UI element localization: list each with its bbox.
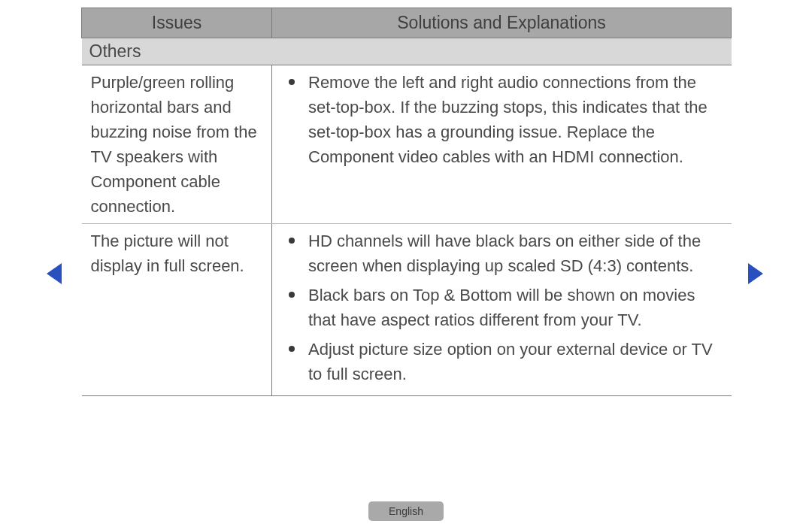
troubleshooting-table-container: Issues Solutions and Explanations Others… <box>81 8 731 396</box>
table-row: The picture will not display in full scr… <box>82 224 732 396</box>
column-header-solutions: Solutions and Explanations <box>272 8 732 38</box>
solution-cell: HD channels will have black bars on eith… <box>272 224 732 396</box>
prev-page-arrow[interactable] <box>47 263 62 284</box>
chevron-right-icon <box>748 263 763 284</box>
solution-bullet: Black bars on Top & Bottom will be shown… <box>298 283 723 332</box>
solution-bullet: Remove the left and right audio connecti… <box>298 70 723 169</box>
table-row: Purple/green rolling horizontal bars and… <box>82 65 732 224</box>
chevron-left-icon <box>47 263 62 284</box>
solution-bullet: Adjust picture size option on your exter… <box>298 337 723 386</box>
solution-cell: Remove the left and right audio connecti… <box>272 65 732 224</box>
issue-cell: The picture will not display in full scr… <box>82 224 272 396</box>
next-page-arrow[interactable] <box>748 263 763 284</box>
troubleshooting-table: Issues Solutions and Explanations Others… <box>81 8 732 396</box>
column-header-issues: Issues <box>82 8 272 38</box>
section-header: Others <box>82 38 732 65</box>
language-badge: English <box>368 501 444 521</box>
solution-bullet: HD channels will have black bars on eith… <box>298 229 723 278</box>
issue-cell: Purple/green rolling horizontal bars and… <box>82 65 272 224</box>
